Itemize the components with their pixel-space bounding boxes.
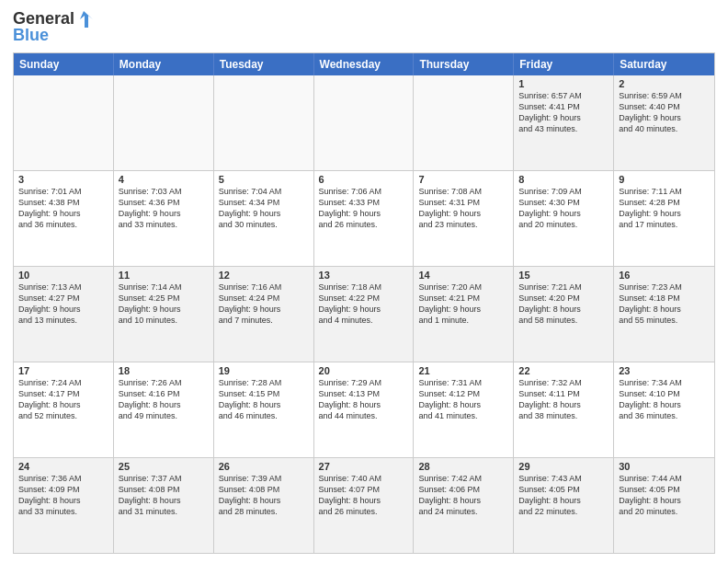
cal-cell-12: 12Sunrise: 7:16 AMSunset: 4:24 PMDayligh…	[214, 267, 314, 362]
day-number: 1	[518, 78, 609, 89]
day-header-saturday: Saturday	[614, 53, 714, 75]
cal-cell-empty-0-0	[14, 75, 114, 170]
cal-cell-30: 30Sunrise: 7:44 AMSunset: 4:05 PMDayligh…	[614, 458, 714, 553]
calendar-row-4: 24Sunrise: 7:36 AMSunset: 4:09 PMDayligh…	[14, 458, 714, 553]
day-header-friday: Friday	[514, 53, 614, 75]
cal-cell-17: 17Sunrise: 7:24 AMSunset: 4:17 PMDayligh…	[14, 362, 114, 457]
day-number: 9	[619, 174, 710, 185]
day-header-thursday: Thursday	[414, 53, 514, 75]
cal-cell-empty-0-4	[414, 75, 514, 170]
day-number: 26	[219, 461, 309, 472]
cell-info: Sunrise: 7:40 AMSunset: 4:07 PMDaylight:…	[319, 473, 409, 518]
day-number: 15	[518, 270, 609, 281]
svg-marker-0	[80, 11, 93, 28]
day-number: 6	[319, 174, 409, 185]
cell-info: Sunrise: 7:28 AMSunset: 4:15 PMDaylight:…	[219, 377, 309, 422]
calendar-row-2: 10Sunrise: 7:13 AMSunset: 4:27 PMDayligh…	[14, 267, 714, 362]
calendar-row-0: 1Sunrise: 6:57 AMSunset: 4:41 PMDaylight…	[14, 75, 714, 171]
cell-info: Sunrise: 7:21 AMSunset: 4:20 PMDaylight:…	[518, 282, 609, 327]
day-number: 13	[319, 270, 409, 281]
cell-info: Sunrise: 7:34 AMSunset: 4:10 PMDaylight:…	[619, 377, 710, 422]
cal-cell-20: 20Sunrise: 7:29 AMSunset: 4:13 PMDayligh…	[314, 362, 415, 457]
cal-cell-13: 13Sunrise: 7:18 AMSunset: 4:22 PMDayligh…	[314, 267, 415, 362]
cell-info: Sunrise: 7:08 AMSunset: 4:31 PMDaylight:…	[418, 186, 508, 231]
day-number: 29	[518, 461, 609, 472]
cal-cell-15: 15Sunrise: 7:21 AMSunset: 4:20 PMDayligh…	[514, 267, 614, 362]
day-number: 16	[619, 270, 710, 281]
logo: General Blue	[13, 9, 97, 45]
cell-info: Sunrise: 7:13 AMSunset: 4:27 PMDaylight:…	[18, 282, 108, 327]
day-number: 24	[18, 461, 108, 472]
cal-cell-7: 7Sunrise: 7:08 AMSunset: 4:31 PMDaylight…	[414, 171, 514, 266]
cal-cell-29: 29Sunrise: 7:43 AMSunset: 4:05 PMDayligh…	[514, 458, 614, 553]
cell-info: Sunrise: 7:42 AMSunset: 4:06 PMDaylight:…	[418, 473, 508, 518]
cell-info: Sunrise: 7:18 AMSunset: 4:22 PMDaylight:…	[319, 282, 409, 327]
cell-info: Sunrise: 7:16 AMSunset: 4:24 PMDaylight:…	[219, 282, 309, 327]
day-number: 10	[18, 270, 108, 281]
day-number: 23	[619, 365, 710, 376]
cal-cell-14: 14Sunrise: 7:20 AMSunset: 4:21 PMDayligh…	[414, 267, 514, 362]
cal-cell-19: 19Sunrise: 7:28 AMSunset: 4:15 PMDayligh…	[214, 362, 314, 457]
cal-cell-empty-0-2	[214, 75, 314, 170]
cell-info: Sunrise: 7:11 AMSunset: 4:28 PMDaylight:…	[619, 186, 710, 231]
cell-info: Sunrise: 7:32 AMSunset: 4:11 PMDaylight:…	[518, 377, 609, 422]
cal-cell-11: 11Sunrise: 7:14 AMSunset: 4:25 PMDayligh…	[114, 267, 214, 362]
day-number: 11	[119, 270, 209, 281]
calendar-row-1: 3Sunrise: 7:01 AMSunset: 4:38 PMDaylight…	[14, 171, 714, 267]
day-header-tuesday: Tuesday	[214, 53, 314, 75]
cal-cell-5: 5Sunrise: 7:04 AMSunset: 4:34 PMDaylight…	[214, 171, 314, 266]
day-number: 18	[119, 365, 209, 376]
day-number: 7	[418, 174, 508, 185]
day-number: 21	[418, 365, 508, 376]
cell-info: Sunrise: 7:01 AMSunset: 4:38 PMDaylight:…	[18, 186, 108, 231]
header: General Blue	[13, 9, 715, 45]
calendar-header: SundayMondayTuesdayWednesdayThursdayFrid…	[14, 53, 714, 75]
cal-cell-9: 9Sunrise: 7:11 AMSunset: 4:28 PMDaylight…	[614, 171, 714, 266]
cell-info: Sunrise: 7:26 AMSunset: 4:16 PMDaylight:…	[119, 377, 209, 422]
cell-info: Sunrise: 7:14 AMSunset: 4:25 PMDaylight:…	[119, 282, 209, 327]
cal-cell-22: 22Sunrise: 7:32 AMSunset: 4:11 PMDayligh…	[514, 362, 614, 457]
day-number: 5	[219, 174, 309, 185]
cell-info: Sunrise: 7:37 AMSunset: 4:08 PMDaylight:…	[119, 473, 209, 518]
day-number: 2	[619, 78, 710, 89]
day-number: 3	[18, 174, 108, 185]
logo-arrow-icon	[76, 9, 97, 29]
day-number: 25	[119, 461, 209, 472]
cell-info: Sunrise: 6:59 AMSunset: 4:40 PMDaylight:…	[619, 90, 710, 135]
cal-cell-16: 16Sunrise: 7:23 AMSunset: 4:18 PMDayligh…	[614, 267, 714, 362]
cell-info: Sunrise: 7:03 AMSunset: 4:36 PMDaylight:…	[119, 186, 209, 231]
cell-info: Sunrise: 7:09 AMSunset: 4:30 PMDaylight:…	[518, 186, 609, 231]
day-number: 14	[418, 270, 508, 281]
cal-cell-28: 28Sunrise: 7:42 AMSunset: 4:06 PMDayligh…	[414, 458, 514, 553]
cal-cell-10: 10Sunrise: 7:13 AMSunset: 4:27 PMDayligh…	[14, 267, 114, 362]
day-number: 12	[219, 270, 309, 281]
cell-info: Sunrise: 7:43 AMSunset: 4:05 PMDaylight:…	[518, 473, 609, 518]
cal-cell-23: 23Sunrise: 7:34 AMSunset: 4:10 PMDayligh…	[614, 362, 714, 457]
calendar-body: 1Sunrise: 6:57 AMSunset: 4:41 PMDaylight…	[14, 75, 714, 553]
cell-info: Sunrise: 7:24 AMSunset: 4:17 PMDaylight:…	[18, 377, 108, 422]
day-number: 17	[18, 365, 108, 376]
day-number: 20	[319, 365, 409, 376]
cal-cell-26: 26Sunrise: 7:39 AMSunset: 4:08 PMDayligh…	[214, 458, 314, 553]
calendar-row-3: 17Sunrise: 7:24 AMSunset: 4:17 PMDayligh…	[14, 362, 714, 458]
cell-info: Sunrise: 7:39 AMSunset: 4:08 PMDaylight:…	[219, 473, 309, 518]
calendar: SundayMondayTuesdayWednesdayThursdayFrid…	[13, 52, 715, 554]
cell-info: Sunrise: 7:20 AMSunset: 4:21 PMDaylight:…	[418, 282, 508, 327]
cell-info: Sunrise: 7:06 AMSunset: 4:33 PMDaylight:…	[319, 186, 409, 231]
cal-cell-3: 3Sunrise: 7:01 AMSunset: 4:38 PMDaylight…	[14, 171, 114, 266]
day-number: 4	[119, 174, 209, 185]
cal-cell-4: 4Sunrise: 7:03 AMSunset: 4:36 PMDaylight…	[114, 171, 214, 266]
cal-cell-8: 8Sunrise: 7:09 AMSunset: 4:30 PMDaylight…	[514, 171, 614, 266]
cell-info: Sunrise: 7:31 AMSunset: 4:12 PMDaylight:…	[418, 377, 508, 422]
cal-cell-24: 24Sunrise: 7:36 AMSunset: 4:09 PMDayligh…	[14, 458, 114, 553]
cal-cell-25: 25Sunrise: 7:37 AMSunset: 4:08 PMDayligh…	[114, 458, 214, 553]
cell-info: Sunrise: 7:44 AMSunset: 4:05 PMDaylight:…	[619, 473, 710, 518]
cal-cell-1: 1Sunrise: 6:57 AMSunset: 4:41 PMDaylight…	[514, 75, 614, 170]
cell-info: Sunrise: 7:04 AMSunset: 4:34 PMDaylight:…	[219, 186, 309, 231]
cal-cell-27: 27Sunrise: 7:40 AMSunset: 4:07 PMDayligh…	[314, 458, 415, 553]
day-header-wednesday: Wednesday	[314, 53, 415, 75]
cal-cell-18: 18Sunrise: 7:26 AMSunset: 4:16 PMDayligh…	[114, 362, 214, 457]
cell-info: Sunrise: 7:23 AMSunset: 4:18 PMDaylight:…	[619, 282, 710, 327]
page: General Blue SundayMondayTuesdayWednesda…	[0, 0, 728, 563]
cal-cell-21: 21Sunrise: 7:31 AMSunset: 4:12 PMDayligh…	[414, 362, 514, 457]
